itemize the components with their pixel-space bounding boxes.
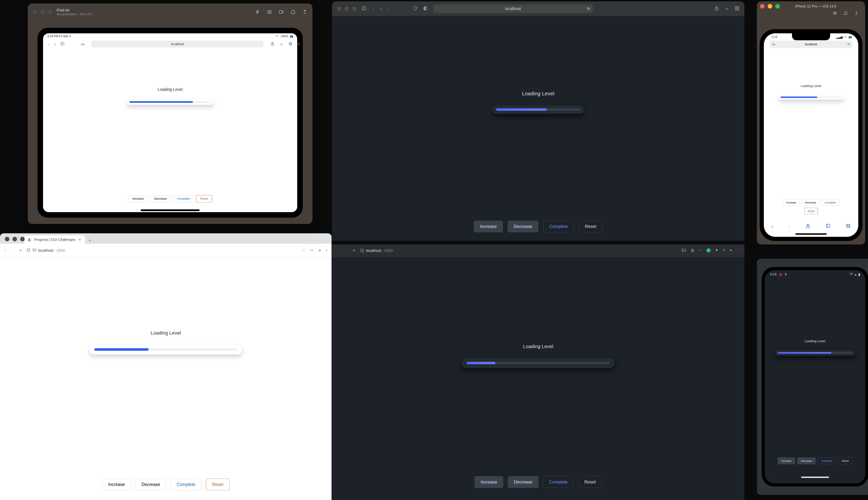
share-icon[interactable] (690, 248, 694, 253)
decrease-button[interactable]: Decrease (507, 221, 538, 232)
forward-button[interactable]: › (54, 42, 56, 47)
zoom-icon[interactable] (20, 237, 25, 241)
close-icon[interactable] (5, 237, 9, 241)
address-bar[interactable]: ⓘ localhost:3000 (360, 248, 677, 253)
increase-button[interactable]: Increase (474, 221, 503, 232)
decrease-button[interactable]: Decrease (797, 457, 815, 464)
window-traffic-lights[interactable] (33, 10, 53, 14)
close-icon[interactable] (760, 4, 765, 9)
reset-button[interactable]: Reset (579, 221, 602, 232)
share-icon[interactable] (806, 224, 810, 229)
zap-icon[interactable] (255, 9, 260, 14)
extension-icon-2[interactable]: ⚙ (319, 249, 321, 252)
extension-icon[interactable] (310, 248, 314, 253)
export-icon[interactable] (302, 9, 308, 14)
back-button[interactable]: ‹ (772, 224, 773, 229)
address-bar[interactable]: AA localhost ⟳ (769, 41, 853, 48)
cast-icon[interactable] (682, 248, 686, 253)
decrease-button[interactable]: Decrease (135, 479, 166, 490)
share-icon[interactable] (714, 6, 719, 11)
new-tab-button[interactable]: ＋ (86, 237, 93, 244)
new-tab-icon[interactable]: ＋ (724, 5, 730, 12)
forward-button[interactable]: › (387, 6, 389, 12)
tabs-icon[interactable] (846, 224, 850, 229)
increase-button[interactable]: Increase (102, 479, 131, 490)
share-icon[interactable] (271, 42, 274, 47)
appearance-icon[interactable] (423, 6, 428, 11)
chevron-down-icon[interactable]: ⌄ (372, 7, 375, 11)
reset-button[interactable]: Reset (838, 457, 852, 464)
menu-icon[interactable]: ⋮ (737, 248, 740, 253)
text-size-button[interactable]: AA (81, 43, 84, 46)
back-button[interactable]: ← (4, 249, 7, 252)
minimize-icon[interactable] (344, 7, 349, 11)
zoom-icon[interactable] (352, 7, 357, 11)
address-bar[interactable]: localhost ⟳ (91, 41, 264, 48)
forward-button[interactable]: › (788, 224, 790, 229)
window-traffic-lights[interactable] (337, 7, 357, 11)
minimize-icon[interactable] (12, 237, 17, 241)
menu-icon[interactable]: ≡ (326, 249, 328, 252)
back-button[interactable]: ‹ (380, 6, 382, 12)
forward-button[interactable]: → (345, 249, 347, 252)
home-icon[interactable] (844, 11, 847, 22)
decrease-button[interactable]: Decrease (802, 199, 819, 206)
close-icon[interactable] (33, 10, 37, 14)
reload-icon[interactable]: ⟳ (353, 249, 355, 252)
decrease-button[interactable]: Decrease (150, 195, 171, 202)
complete-button[interactable]: Complete (821, 199, 839, 206)
increase-button[interactable]: Increase (475, 476, 503, 488)
reset-button[interactable]: Reset (804, 208, 818, 214)
zoom-icon[interactable] (48, 10, 53, 14)
window-traffic-lights[interactable] (5, 237, 25, 241)
forward-button[interactable]: → (12, 249, 14, 252)
sidebar-icon[interactable] (60, 42, 65, 47)
browser-tab[interactable]: ◧ Progress | GUI Challenges ✕ (24, 236, 85, 244)
screenshot-icon[interactable] (833, 11, 837, 22)
reset-button[interactable]: Reset (578, 476, 602, 488)
reset-button[interactable]: Reset (206, 479, 229, 490)
address-bar[interactable]: localhost ⟳ (433, 4, 593, 13)
site-info-icon[interactable] (33, 248, 36, 253)
site-info-icon[interactable]: ⓘ (360, 248, 364, 253)
address-bar[interactable]: localhost:3000 (26, 248, 298, 253)
complete-button[interactable]: Complete (173, 195, 194, 202)
record-screen-icon[interactable] (279, 9, 284, 14)
reset-button[interactable]: Reset (196, 195, 212, 202)
shield-icon[interactable] (413, 6, 418, 11)
complete-button[interactable]: Complete (171, 479, 201, 490)
shield-icon[interactable] (26, 248, 30, 253)
extension-icon[interactable]: ◈ (730, 248, 732, 253)
home-indicator[interactable] (141, 209, 199, 211)
home-icon[interactable] (290, 9, 296, 14)
complete-button[interactable]: Complete (543, 476, 574, 488)
star-icon[interactable]: ☆ (302, 249, 305, 252)
screenshot-icon[interactable] (267, 9, 272, 14)
text-size-button[interactable]: AA (772, 43, 775, 46)
reload-icon[interactable]: ⟳ (587, 7, 590, 11)
decrease-button[interactable]: Decrease (508, 476, 538, 488)
back-button[interactable]: ‹ (48, 42, 49, 47)
close-icon[interactable] (337, 7, 341, 11)
zoom-icon[interactable] (775, 4, 780, 9)
new-tab-icon[interactable]: ＋ (279, 41, 284, 47)
minimize-icon[interactable] (40, 10, 45, 14)
export-icon[interactable] (855, 11, 858, 22)
reload-icon[interactable]: ⟳ (20, 249, 22, 252)
sidebar-icon[interactable] (362, 6, 367, 11)
home-indicator[interactable] (801, 477, 829, 478)
increase-button[interactable]: Increase (128, 195, 148, 202)
tab-grid-icon[interactable] (735, 6, 740, 11)
bookmarks-icon[interactable] (826, 224, 831, 229)
extension-avatar-icon[interactable] (707, 248, 711, 253)
back-button[interactable]: ← (337, 249, 340, 252)
star-icon[interactable]: ☆ (699, 248, 702, 253)
increase-button[interactable]: Increase (778, 457, 795, 464)
complete-button[interactable]: Complete (543, 221, 574, 232)
reading-list-icon[interactable]: ≣ (723, 248, 725, 253)
close-tab-icon[interactable]: ✕ (78, 238, 81, 242)
home-indicator[interactable] (796, 233, 827, 235)
extensions-icon[interactable]: ✱ (716, 248, 718, 253)
complete-button[interactable]: Complete (818, 457, 836, 464)
window-traffic-lights[interactable] (760, 4, 780, 9)
